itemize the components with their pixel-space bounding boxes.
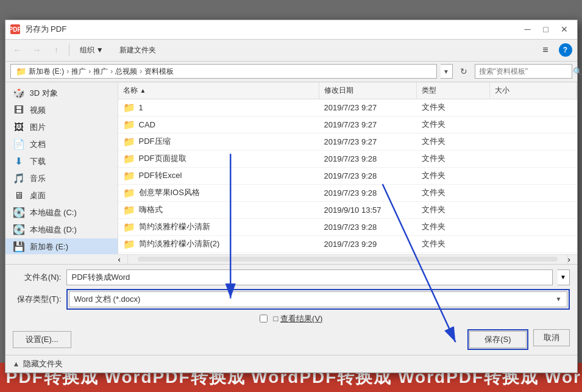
sidebar-label-download: 下载: [30, 156, 46, 167]
sidebar-item-new-e[interactable]: 💾 新加卷 (E:): [5, 238, 118, 254]
view-result-checkbox[interactable]: [260, 315, 268, 323]
close-button[interactable]: ✕: [556, 23, 572, 35]
refresh-button[interactable]: ↻: [456, 64, 471, 79]
col-header-size[interactable]: 大小: [490, 82, 577, 99]
search-input[interactable]: [479, 67, 570, 76]
hide-folder-label[interactable]: 隐藏文件夹: [23, 358, 63, 369]
sidebar-label-video: 视频: [30, 105, 46, 116]
path-part-3: 推广: [93, 66, 108, 77]
sidebar-item-desktop[interactable]: 🖥 桌面: [5, 187, 118, 204]
scroll-right-btn[interactable]: ›: [567, 255, 577, 264]
table-row[interactable]: 📁 嗨格式 2019/9/10 13:57 文件夹: [118, 202, 577, 219]
col-header-type[interactable]: 类型: [417, 82, 490, 99]
chevron-down-icon: ▲: [13, 360, 20, 368]
path-part-4: 总视频: [115, 66, 137, 77]
file-name-1: 📁 1: [118, 102, 319, 113]
save-dialog: PDF 另存为 PDF ─ □ ✕ ← → ↑ 组织 ▼ 新建文件夹 ≡ ? 📁…: [5, 20, 578, 373]
separator-c: ›: [110, 67, 113, 76]
sidebar-item-local-d[interactable]: 💽 本地磁盘 (D:): [5, 221, 118, 238]
table-row[interactable]: 📁 简约淡雅柠檬小清新 2019/7/23 9:28 文件夹: [118, 219, 577, 236]
hide-folder-row: ▲ 隐藏文件夹: [5, 355, 577, 372]
col-header-name[interactable]: 名称 ▲: [118, 82, 319, 99]
file-list[interactable]: 名称 ▲ 修改日期 类型 大小 📁 1 2019/7/2: [118, 82, 577, 254]
scroll-left-btn[interactable]: ‹: [118, 255, 128, 264]
file-name-5: 📁 PDF转Excel: [118, 170, 319, 182]
file-type-9: 文件夹: [417, 238, 490, 249]
horizontal-scrollbar[interactable]: ‹ ›: [118, 254, 577, 264]
sidebar-item-local-c[interactable]: 💽 本地磁盘 (C:): [5, 204, 118, 221]
file-name-7: 📁 嗨格式: [118, 204, 319, 216]
table-row[interactable]: 📁 CAD 2019/7/23 9:27 文件夹: [118, 116, 577, 134]
table-row[interactable]: 📁 创意苹果IOS风格 2019/7/23 9:28 文件夹: [118, 185, 577, 202]
sidebar-label-desktop: 桌面: [30, 190, 46, 201]
video-icon: 🎞: [13, 105, 25, 115]
table-row[interactable]: 📁 PDF页面提取 2019/7/23 9:28 文件夹: [118, 151, 577, 168]
sidebar-item-3d[interactable]: 🎲 3D 对象: [5, 85, 118, 102]
forward-button[interactable]: →: [30, 43, 44, 57]
maximize-button[interactable]: □: [538, 23, 554, 35]
table-row[interactable]: 📁 1 2019/7/23 9:27 文件夹: [118, 99, 577, 116]
filetype-label: 保存类型(T):: [13, 294, 62, 305]
filename-label: 文件名(N):: [13, 272, 62, 283]
navigation-toolbar: ← → ↑ 组织 ▼ 新建文件夹 ≡ ?: [5, 40, 577, 62]
sidebar-label-music: 音乐: [30, 173, 46, 184]
address-path[interactable]: 📁 新加卷 (E:) › 推广 › 推广 › 总视频 › 资料模板: [10, 64, 437, 79]
cancel-button[interactable]: 取消: [533, 329, 570, 346]
save-button[interactable]: 保存(S): [469, 331, 526, 348]
up-button[interactable]: ↑: [49, 43, 64, 57]
sidebar-label-new-e: 新加卷 (E:): [30, 241, 69, 252]
separator-b: ›: [88, 67, 91, 76]
organize-button[interactable]: 组织 ▼: [74, 43, 109, 58]
sidebar: 🎲 3D 对象 🎞 视频 🖼 图片 📄 文档 ⬇ 下载 🎵 音乐: [5, 82, 118, 254]
file-date-2: 2019/7/23 9:27: [319, 120, 417, 129]
minimize-button[interactable]: ─: [520, 23, 536, 35]
window-icon: PDF: [10, 24, 20, 34]
view-button[interactable]: ≡: [537, 42, 553, 58]
sidebar-label-3d: 3D 对象: [30, 88, 58, 99]
sidebar-item-music[interactable]: 🎵 音乐: [5, 170, 118, 187]
file-date-8: 2019/7/23 9:28: [319, 223, 417, 232]
content-area: 🎲 3D 对象 🎞 视频 🖼 图片 📄 文档 ⬇ 下载 🎵 音乐: [5, 82, 577, 254]
address-dropdown[interactable]: ▼: [441, 64, 453, 79]
filetype-highlight-box: Word 文档 (*.docx) ▼: [66, 289, 570, 310]
sidebar-label-local-d: 本地磁盘 (D:): [30, 224, 77, 235]
col-header-date[interactable]: 修改日期: [319, 82, 417, 99]
picture-icon: 🖼: [13, 123, 25, 132]
folder-icon: 📁: [123, 204, 135, 216]
disk-c-icon: 💽: [13, 208, 25, 218]
file-date-9: 2019/7/23 9:29: [319, 240, 417, 249]
document-icon: 📄: [13, 140, 25, 149]
sidebar-item-download[interactable]: ⬇ 下载: [5, 153, 118, 170]
save-type-row: 保存类型(T): Word 文档 (*.docx) ▼: [13, 289, 570, 310]
scroll-track: [138, 257, 558, 262]
filename-dropdown[interactable]: ▼: [558, 269, 570, 285]
help-button[interactable]: ?: [559, 43, 572, 57]
bottom-section: 文件名(N): ▼ 保存类型(T): Word 文档 (*.docx) ▼ □ …: [5, 264, 577, 355]
button-row: 设置(E)... 保存(S) 取消: [13, 329, 570, 350]
file-type-8: 文件夹: [417, 221, 490, 232]
sidebar-item-video[interactable]: 🎞 视频: [5, 102, 118, 119]
filetype-dropdown[interactable]: Word 文档 (*.docx) ▼: [69, 291, 567, 307]
filename-input[interactable]: [66, 269, 553, 285]
table-row[interactable]: 📁 PDF转Excel 2019/7/23 9:28 文件夹: [118, 168, 577, 185]
file-name-4: 📁 PDF页面提取: [118, 153, 319, 165]
folder-icon: 📁: [123, 102, 135, 113]
sidebar-item-picture[interactable]: 🖼 图片: [5, 119, 118, 136]
file-name-6: 📁 创意苹果IOS风格: [118, 187, 319, 199]
back-button[interactable]: ←: [10, 43, 25, 57]
search-icon: 🔍: [573, 67, 583, 76]
sidebar-item-document[interactable]: 📄 文档: [5, 136, 118, 153]
path-part-1: 新加卷 (E:): [29, 66, 65, 77]
save-button-highlight: 保存(S): [467, 329, 528, 350]
new-folder-button[interactable]: 新建文件夹: [114, 43, 161, 58]
file-type-6: 文件夹: [417, 187, 490, 198]
table-row[interactable]: 📁 简约淡雅柠檬小清新(2) 2019/7/23 9:29 文件夹: [118, 236, 577, 253]
disk-d-icon: 💽: [13, 225, 25, 235]
separator-a: ›: [66, 67, 69, 76]
folder-icon: 📁: [123, 153, 135, 165]
file-date-1: 2019/7/23 9:27: [319, 103, 417, 112]
settings-button[interactable]: 设置(E)...: [13, 331, 71, 348]
table-row[interactable]: 📁 PDF压缩 2019/7/23 9:27 文件夹: [118, 134, 577, 151]
path-part-2: 推广: [71, 66, 86, 77]
sidebar-label-picture: 图片: [30, 122, 46, 133]
